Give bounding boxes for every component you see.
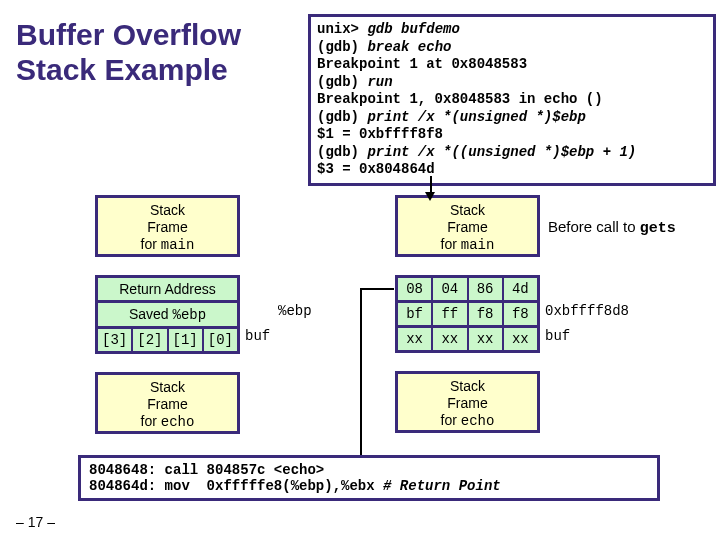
t: for — [141, 236, 161, 252]
t: Frame — [447, 395, 487, 411]
byte-cell: xx — [469, 328, 504, 350]
buf-label: buf — [545, 328, 570, 344]
byte-cell: 04 — [433, 278, 468, 300]
t: break echo — [367, 39, 451, 55]
t: Breakpoint 1 at 0x8048583 — [317, 56, 527, 72]
arrow-ra-to-asm — [360, 288, 362, 462]
byte-cell: 08 — [398, 278, 433, 300]
ebp-value-label: 0xbffff8d8 — [545, 303, 629, 319]
t: echo — [161, 414, 195, 430]
stack-frame-echo: Stack Frame for echo — [95, 372, 240, 434]
gdb-session-box: unix> gdb bufdemo (gdb) break echo Break… — [308, 14, 716, 186]
byte-cell: f8 — [469, 303, 504, 325]
buf-label: buf — [245, 328, 270, 344]
t: Stack — [450, 378, 485, 394]
page-number: – 17 – — [16, 514, 55, 530]
arrow-head-icon — [425, 192, 435, 201]
saved-ebp-cell: Saved %ebp — [95, 303, 240, 329]
t: 8048648: call 804857c <echo> — [89, 462, 324, 478]
t: (gdb) — [317, 144, 367, 160]
t: print /x *(unsigned *)$ebp — [367, 109, 585, 125]
t: (gdb) — [317, 39, 367, 55]
asm-box: 8048648: call 804857c <echo> 804864d: mo… — [78, 455, 660, 501]
right-stack-diagram: Stack Frame for main 08 04 86 4d bf ff f… — [395, 195, 540, 433]
buf-cell: [2] — [133, 329, 168, 351]
before-call-label: Before call to gets — [548, 218, 676, 237]
t: print /x *((unsigned *)$ebp + 1) — [367, 144, 636, 160]
t: run — [367, 74, 392, 90]
byte-cell: 86 — [469, 278, 504, 300]
byte-cell: xx — [504, 328, 537, 350]
byte-cell: ff — [433, 303, 468, 325]
t: 804864d: mov 0xfffffe8(%ebp),%ebx — [89, 478, 383, 494]
ebp-label: %ebp — [278, 303, 312, 319]
byte-cell: xx — [433, 328, 468, 350]
t: main — [161, 237, 195, 253]
ra-bytes-row: 08 04 86 4d — [395, 275, 540, 303]
t: $3 = 0x804864d — [317, 161, 435, 177]
byte-cell: bf — [398, 303, 433, 325]
t: # Return Point — [383, 478, 501, 494]
byte-cell: xx — [398, 328, 433, 350]
byte-cell: f8 — [504, 303, 537, 325]
buf-cell: [3] — [98, 329, 133, 351]
t: Stack — [150, 202, 185, 218]
buf-cell: [0] — [204, 329, 237, 351]
t: (gdb) — [317, 109, 367, 125]
t: gets — [640, 220, 676, 237]
t: Stack — [450, 202, 485, 218]
stack-frame-main: Stack Frame for main — [395, 195, 540, 257]
t: Frame — [147, 396, 187, 412]
stack-frame-main: Stack Frame for main — [95, 195, 240, 257]
t: gdb bufdemo — [367, 21, 459, 37]
t: unix> — [317, 21, 367, 37]
stack-frame-echo: Stack Frame for echo — [395, 371, 540, 433]
t: for — [441, 412, 461, 428]
t: Breakpoint 1, 0x8048583 in echo () — [317, 91, 603, 107]
t: $1 = 0xbffff8f8 — [317, 126, 443, 142]
return-address-cell: Return Address — [95, 275, 240, 303]
t: Stack — [150, 379, 185, 395]
page-title: Buffer Overflow Stack Example — [16, 18, 306, 87]
t: Saved — [129, 306, 173, 322]
t: Frame — [447, 219, 487, 235]
buf-cell: [1] — [169, 329, 204, 351]
t: (gdb) — [317, 74, 367, 90]
buf-cells: [3] [2] [1] [0] — [95, 329, 240, 354]
left-stack-diagram: Stack Frame for main Return Address Save… — [95, 195, 240, 434]
t: echo — [461, 413, 495, 429]
byte-cell: 4d — [504, 278, 537, 300]
arrow-ra-to-asm — [360, 288, 394, 290]
t: Before call to — [548, 218, 640, 235]
t: for — [441, 236, 461, 252]
t: Frame — [147, 219, 187, 235]
buf-bytes-row: xx xx xx xx — [395, 328, 540, 353]
t: %ebp — [172, 307, 206, 323]
t: main — [461, 237, 495, 253]
t: for — [141, 413, 161, 429]
ebp-bytes-row: bf ff f8 f8 — [395, 303, 540, 328]
